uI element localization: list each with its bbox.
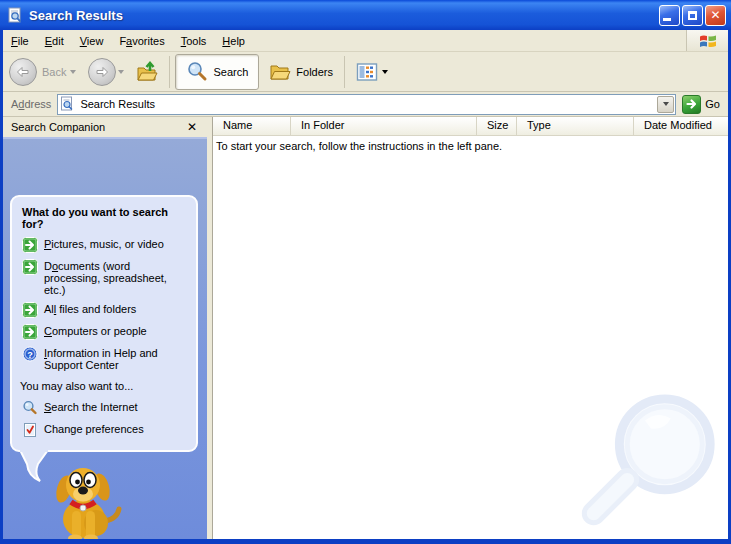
option-label: Change preferences [44,422,144,435]
search-question: What do you want to search for? [22,206,186,230]
menu-favorites[interactable]: Favorites [111,32,172,50]
menu-help[interactable]: Help [214,32,253,50]
option-label: Information in Help and Support Center [44,346,186,371]
results-body: To start your search, follow the instruc… [213,136,728,539]
option-search-internet[interactable]: Search the Internet [22,400,186,416]
maximize-button[interactable] [682,5,703,26]
chevron-down-icon [663,102,669,106]
green-arrow-icon [22,259,38,275]
up-button[interactable] [130,57,164,87]
column-name[interactable]: Name [213,117,291,135]
toolbar-separator [344,56,345,88]
option-label: Search the Internet [44,400,138,413]
option-label: Documents (word processing, spreadsheet,… [44,259,186,296]
results-pane: Name In Folder Size Type Date Modified T… [213,117,728,539]
instruction-text: To start your search, follow the instruc… [213,136,728,152]
go-button-label[interactable]: Go [705,98,720,110]
maximize-icon [688,11,697,20]
close-icon: ✕ [710,9,720,21]
option-help-support[interactable]: ? Information in Help and Support Center [22,346,186,371]
minimize-button[interactable] [659,5,680,26]
green-arrow-icon [22,302,38,318]
address-dropdown-button[interactable] [657,96,674,113]
option-pictures-music-video[interactable]: Pictures, music, or video [22,237,186,253]
go-arrow-icon [685,97,699,111]
search-companion-body: What do you want to search for? Pictures… [3,137,207,539]
views-button[interactable] [350,57,400,87]
address-value: Search Results [80,98,657,110]
window-title: Search Results [29,8,657,23]
toolbar: Back [3,52,728,92]
also-want-heading: You may also want to... [20,380,186,392]
menu-bar: File Edit View Favorites Tools Help [3,30,728,52]
address-page-icon [60,96,76,112]
address-label: Address [11,98,51,110]
magnifier-watermark-icon [568,387,726,539]
menu-view[interactable]: View [72,32,112,50]
column-type[interactable]: Type [517,117,634,135]
menu-file[interactable]: File [3,32,37,50]
views-dropdown-icon [382,70,388,74]
option-all-files-folders[interactable]: All files and folders [22,302,186,318]
forward-dropdown-icon[interactable] [118,70,124,74]
search-toggle-button[interactable]: Search [175,54,259,90]
forward-button[interactable] [88,58,116,86]
option-label: Computers or people [44,324,147,337]
views-grid-icon [356,61,378,83]
column-date-modified[interactable]: Date Modified [634,117,728,135]
magnifier-icon [22,400,38,416]
forward-arrow-icon [94,64,110,80]
search-icon [186,61,208,83]
option-label: All files and folders [44,302,136,315]
column-header-row: Name In Folder Size Type Date Modified [213,117,728,136]
folders-icon [269,61,291,83]
column-in-folder[interactable]: In Folder [291,117,477,135]
folders-button[interactable]: Folders [263,57,339,87]
column-size[interactable]: Size [477,117,517,135]
close-pane-icon[interactable]: ✕ [187,121,197,133]
folders-button-label: Folders [296,66,333,78]
option-change-preferences[interactable]: Change preferences [22,422,186,438]
search-companion-title: Search Companion [11,121,187,133]
minimize-icon [663,18,671,21]
address-bar: Address Search Results Go [3,92,728,117]
search-results-window-icon [7,7,23,23]
search-results-window: Search Results ✕ File Edit View Favorite… [0,0,731,544]
back-arrow-icon [15,64,31,80]
close-button[interactable]: ✕ [705,5,726,26]
preferences-check-icon [22,422,38,438]
main-area: Search Companion ✕ What do you want to s… [3,117,728,539]
help-icon: ? [22,346,38,362]
toolbar-separator [169,56,170,88]
back-button-label: Back [42,66,66,78]
green-arrow-icon [22,237,38,253]
back-button[interactable] [9,58,37,86]
search-companion-header: Search Companion ✕ [3,117,207,137]
option-computers-people[interactable]: Computers or people [22,324,186,340]
back-dropdown-icon[interactable] [70,70,76,74]
option-documents[interactable]: Documents (word processing, spreadsheet,… [22,259,186,296]
svg-text:?: ? [27,350,33,360]
search-companion-pane: Search Companion ✕ What do you want to s… [3,117,207,539]
go-button[interactable] [682,95,701,114]
menu-edit[interactable]: Edit [37,32,72,50]
option-label: Pictures, music, or video [44,237,164,250]
titlebar: Search Results ✕ [0,0,731,30]
search-options-panel: What do you want to search for? Pictures… [10,195,198,452]
green-arrow-icon [22,324,38,340]
up-folder-icon [136,61,158,83]
search-button-label: Search [213,66,248,78]
rover-dog-mascot[interactable] [41,461,127,539]
menu-tools[interactable]: Tools [173,32,215,50]
address-input[interactable]: Search Results [57,94,676,115]
windows-logo [686,30,728,51]
